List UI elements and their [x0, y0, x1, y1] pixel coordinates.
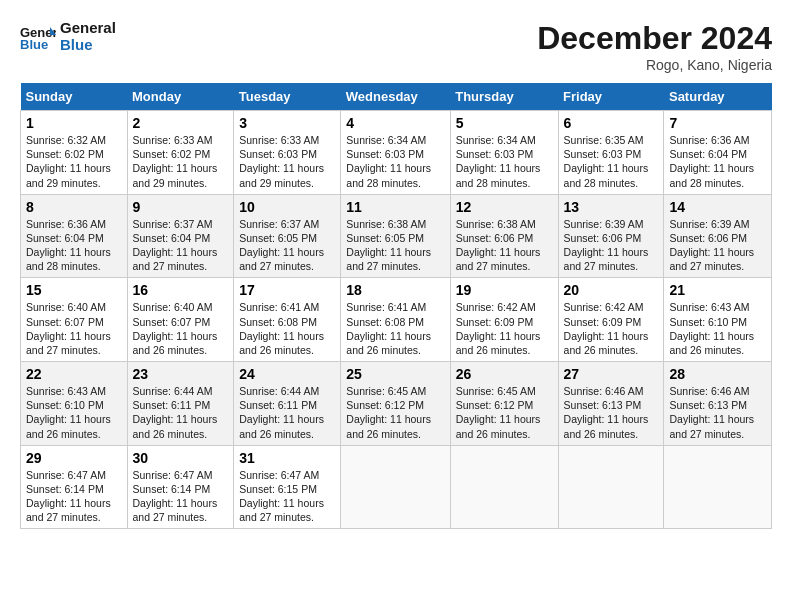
- calendar-cell: 8Sunrise: 6:36 AM Sunset: 6:04 PM Daylig…: [21, 194, 128, 278]
- month-title: December 2024: [537, 20, 772, 57]
- calendar-table: SundayMondayTuesdayWednesdayThursdayFrid…: [20, 83, 772, 529]
- day-info: Sunrise: 6:33 AM Sunset: 6:03 PM Dayligh…: [239, 133, 335, 190]
- logo: General Blue General Blue: [20, 20, 116, 53]
- day-number: 18: [346, 282, 444, 298]
- day-number: 20: [564, 282, 659, 298]
- day-number: 5: [456, 115, 553, 131]
- calendar-cell: 11Sunrise: 6:38 AM Sunset: 6:05 PM Dayli…: [341, 194, 450, 278]
- calendar-cell: 15Sunrise: 6:40 AM Sunset: 6:07 PM Dayli…: [21, 278, 128, 362]
- day-info: Sunrise: 6:46 AM Sunset: 6:13 PM Dayligh…: [564, 384, 659, 441]
- calendar-cell: [450, 445, 558, 529]
- day-number: 28: [669, 366, 766, 382]
- header-monday: Monday: [127, 83, 234, 111]
- calendar-cell: 13Sunrise: 6:39 AM Sunset: 6:06 PM Dayli…: [558, 194, 664, 278]
- calendar-cell: 17Sunrise: 6:41 AM Sunset: 6:08 PM Dayli…: [234, 278, 341, 362]
- header-tuesday: Tuesday: [234, 83, 341, 111]
- calendar-cell: 21Sunrise: 6:43 AM Sunset: 6:10 PM Dayli…: [664, 278, 772, 362]
- calendar-cell: 7Sunrise: 6:36 AM Sunset: 6:04 PM Daylig…: [664, 111, 772, 195]
- day-number: 14: [669, 199, 766, 215]
- day-info: Sunrise: 6:36 AM Sunset: 6:04 PM Dayligh…: [26, 217, 122, 274]
- calendar-cell: 6Sunrise: 6:35 AM Sunset: 6:03 PM Daylig…: [558, 111, 664, 195]
- day-number: 24: [239, 366, 335, 382]
- day-info: Sunrise: 6:41 AM Sunset: 6:08 PM Dayligh…: [239, 300, 335, 357]
- calendar-cell: 9Sunrise: 6:37 AM Sunset: 6:04 PM Daylig…: [127, 194, 234, 278]
- day-info: Sunrise: 6:40 AM Sunset: 6:07 PM Dayligh…: [26, 300, 122, 357]
- day-number: 19: [456, 282, 553, 298]
- day-info: Sunrise: 6:47 AM Sunset: 6:15 PM Dayligh…: [239, 468, 335, 525]
- day-info: Sunrise: 6:34 AM Sunset: 6:03 PM Dayligh…: [346, 133, 444, 190]
- page-header: General Blue General Blue December 2024 …: [20, 20, 772, 73]
- day-number: 26: [456, 366, 553, 382]
- day-number: 1: [26, 115, 122, 131]
- day-number: 22: [26, 366, 122, 382]
- svg-text:Blue: Blue: [20, 37, 48, 51]
- day-number: 27: [564, 366, 659, 382]
- header-sunday: Sunday: [21, 83, 128, 111]
- day-info: Sunrise: 6:40 AM Sunset: 6:07 PM Dayligh…: [133, 300, 229, 357]
- day-number: 11: [346, 199, 444, 215]
- day-number: 7: [669, 115, 766, 131]
- day-number: 9: [133, 199, 229, 215]
- calendar-cell: 3Sunrise: 6:33 AM Sunset: 6:03 PM Daylig…: [234, 111, 341, 195]
- day-number: 29: [26, 450, 122, 466]
- day-number: 4: [346, 115, 444, 131]
- day-info: Sunrise: 6:32 AM Sunset: 6:02 PM Dayligh…: [26, 133, 122, 190]
- day-info: Sunrise: 6:37 AM Sunset: 6:05 PM Dayligh…: [239, 217, 335, 274]
- day-number: 12: [456, 199, 553, 215]
- week-row-5: 29Sunrise: 6:47 AM Sunset: 6:14 PM Dayli…: [21, 445, 772, 529]
- calendar-cell: 31Sunrise: 6:47 AM Sunset: 6:15 PM Dayli…: [234, 445, 341, 529]
- calendar-cell: 30Sunrise: 6:47 AM Sunset: 6:14 PM Dayli…: [127, 445, 234, 529]
- calendar-cell: 25Sunrise: 6:45 AM Sunset: 6:12 PM Dayli…: [341, 362, 450, 446]
- calendar-cell: 14Sunrise: 6:39 AM Sunset: 6:06 PM Dayli…: [664, 194, 772, 278]
- calendar-cell: 26Sunrise: 6:45 AM Sunset: 6:12 PM Dayli…: [450, 362, 558, 446]
- day-info: Sunrise: 6:33 AM Sunset: 6:02 PM Dayligh…: [133, 133, 229, 190]
- header-thursday: Thursday: [450, 83, 558, 111]
- calendar-header-row: SundayMondayTuesdayWednesdayThursdayFrid…: [21, 83, 772, 111]
- calendar-cell: 2Sunrise: 6:33 AM Sunset: 6:02 PM Daylig…: [127, 111, 234, 195]
- location: Rogo, Kano, Nigeria: [537, 57, 772, 73]
- day-info: Sunrise: 6:43 AM Sunset: 6:10 PM Dayligh…: [26, 384, 122, 441]
- week-row-3: 15Sunrise: 6:40 AM Sunset: 6:07 PM Dayli…: [21, 278, 772, 362]
- day-number: 16: [133, 282, 229, 298]
- day-info: Sunrise: 6:45 AM Sunset: 6:12 PM Dayligh…: [346, 384, 444, 441]
- calendar-cell: 10Sunrise: 6:37 AM Sunset: 6:05 PM Dayli…: [234, 194, 341, 278]
- day-info: Sunrise: 6:46 AM Sunset: 6:13 PM Dayligh…: [669, 384, 766, 441]
- calendar-cell: [664, 445, 772, 529]
- calendar-cell: 1Sunrise: 6:32 AM Sunset: 6:02 PM Daylig…: [21, 111, 128, 195]
- day-number: 25: [346, 366, 444, 382]
- calendar-cell: 18Sunrise: 6:41 AM Sunset: 6:08 PM Dayli…: [341, 278, 450, 362]
- calendar-cell: 27Sunrise: 6:46 AM Sunset: 6:13 PM Dayli…: [558, 362, 664, 446]
- calendar-body: 1Sunrise: 6:32 AM Sunset: 6:02 PM Daylig…: [21, 111, 772, 529]
- day-number: 10: [239, 199, 335, 215]
- week-row-2: 8Sunrise: 6:36 AM Sunset: 6:04 PM Daylig…: [21, 194, 772, 278]
- day-number: 21: [669, 282, 766, 298]
- day-number: 3: [239, 115, 335, 131]
- logo-general: General: [60, 19, 116, 36]
- header-friday: Friday: [558, 83, 664, 111]
- day-number: 13: [564, 199, 659, 215]
- day-info: Sunrise: 6:47 AM Sunset: 6:14 PM Dayligh…: [26, 468, 122, 525]
- calendar-cell: 24Sunrise: 6:44 AM Sunset: 6:11 PM Dayli…: [234, 362, 341, 446]
- day-info: Sunrise: 6:34 AM Sunset: 6:03 PM Dayligh…: [456, 133, 553, 190]
- day-info: Sunrise: 6:35 AM Sunset: 6:03 PM Dayligh…: [564, 133, 659, 190]
- logo-icon: General Blue: [20, 23, 56, 51]
- day-number: 15: [26, 282, 122, 298]
- calendar-cell: 4Sunrise: 6:34 AM Sunset: 6:03 PM Daylig…: [341, 111, 450, 195]
- day-info: Sunrise: 6:38 AM Sunset: 6:06 PM Dayligh…: [456, 217, 553, 274]
- calendar-cell: [341, 445, 450, 529]
- day-info: Sunrise: 6:42 AM Sunset: 6:09 PM Dayligh…: [564, 300, 659, 357]
- day-info: Sunrise: 6:47 AM Sunset: 6:14 PM Dayligh…: [133, 468, 229, 525]
- calendar-cell: 16Sunrise: 6:40 AM Sunset: 6:07 PM Dayli…: [127, 278, 234, 362]
- day-number: 6: [564, 115, 659, 131]
- day-info: Sunrise: 6:42 AM Sunset: 6:09 PM Dayligh…: [456, 300, 553, 357]
- day-info: Sunrise: 6:45 AM Sunset: 6:12 PM Dayligh…: [456, 384, 553, 441]
- calendar-cell: 20Sunrise: 6:42 AM Sunset: 6:09 PM Dayli…: [558, 278, 664, 362]
- calendar-cell: 22Sunrise: 6:43 AM Sunset: 6:10 PM Dayli…: [21, 362, 128, 446]
- day-info: Sunrise: 6:36 AM Sunset: 6:04 PM Dayligh…: [669, 133, 766, 190]
- week-row-1: 1Sunrise: 6:32 AM Sunset: 6:02 PM Daylig…: [21, 111, 772, 195]
- day-number: 23: [133, 366, 229, 382]
- day-info: Sunrise: 6:41 AM Sunset: 6:08 PM Dayligh…: [346, 300, 444, 357]
- day-info: Sunrise: 6:43 AM Sunset: 6:10 PM Dayligh…: [669, 300, 766, 357]
- day-number: 2: [133, 115, 229, 131]
- calendar-cell: [558, 445, 664, 529]
